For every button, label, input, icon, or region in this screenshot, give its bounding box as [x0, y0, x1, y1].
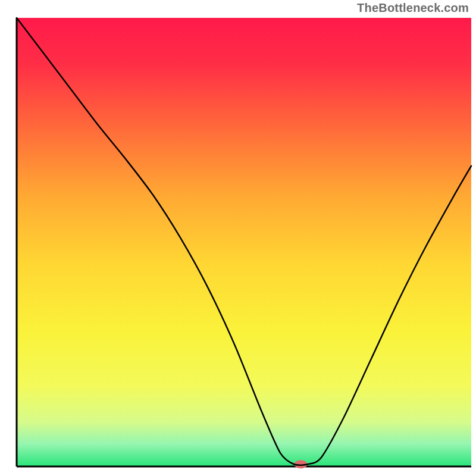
- chart-container: TheBottleneck.com: [0, 0, 476, 476]
- bottleneck-chart: [0, 0, 476, 476]
- plot-background: [17, 18, 471, 466]
